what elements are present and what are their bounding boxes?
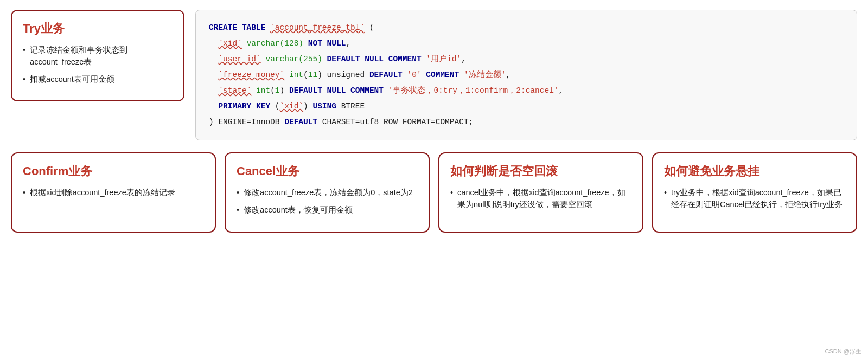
bottom-card-3-title: 如何避免业务悬挂 [664, 163, 845, 179]
bottom-card-1-title: Cancel业务 [237, 163, 418, 179]
bottom-card-list-item: try业务中，根据xid查询account_freeze，如果已经存在则证明Ca… [664, 187, 845, 211]
bottom-card-3: 如何避免业务悬挂try业务中，根据xid查询account_freeze，如果已… [652, 152, 857, 233]
bottom-section: Confirm业务根据xid删除account_freeze表的冻结记录Canc… [11, 152, 857, 233]
code-line: `freeze_money` int(11) unsigned DEFAULT … [209, 67, 844, 83]
bottom-card-1-list: 修改account_freeze表，冻结金额为0，state为2修改accoun… [237, 187, 418, 216]
bottom-card-2-list: cancel业务中，根据xid查询account_freeze，如果为null则… [450, 187, 631, 211]
code-line: PRIMARY KEY (`xid`) USING BTREE [209, 99, 844, 114]
bottom-card-list-item: cancel业务中，根据xid查询account_freeze，如果为null则… [450, 187, 631, 211]
bottom-card-2-title: 如何判断是否空回滚 [450, 163, 631, 179]
try-card: Try业务 记录冻结金额和事务状态到account_freeze表扣减accou… [11, 10, 184, 101]
bottom-card-list-item: 修改account_freeze表，冻结金额为0，state为2 [237, 187, 418, 199]
top-section: Try业务 记录冻结金额和事务状态到account_freeze表扣减accou… [11, 10, 857, 140]
code-line: `user_id` varchar(255) DEFAULT NULL COMM… [209, 52, 844, 67]
code-line: ) ENGINE=InnoDB DEFAULT CHARSET=utf8 ROW… [209, 114, 844, 130]
bottom-card-list-item: 修改account表，恢复可用金额 [237, 204, 418, 216]
sql-code-box: CREATE TABLE `account_freeze_tbl` ( `xid… [195, 10, 857, 140]
code-line: `xid` varchar(128) NOT NULL, [209, 36, 844, 52]
bottom-card-0-title: Confirm业务 [23, 163, 204, 179]
bottom-card-0: Confirm业务根据xid删除account_freeze表的冻结记录 [11, 152, 216, 233]
code-line: `state` int(1) DEFAULT NULL COMMENT '事务状… [209, 83, 844, 99]
bottom-card-0-list: 根据xid删除account_freeze表的冻结记录 [23, 187, 204, 199]
bottom-card-3-list: try业务中，根据xid查询account_freeze，如果已经存在则证明Ca… [664, 187, 845, 211]
try-card-list-item: 扣减account表可用金额 [23, 74, 173, 86]
try-card-list: 记录冻结金额和事务状态到account_freeze表扣减account表可用金… [23, 44, 173, 85]
bottom-card-1: Cancel业务修改account_freeze表，冻结金额为0，state为2… [225, 152, 430, 233]
bottom-card-list-item: 根据xid删除account_freeze表的冻结记录 [23, 187, 204, 199]
bottom-card-2: 如何判断是否空回滚cancel业务中，根据xid查询account_freeze… [438, 152, 643, 233]
code-line: CREATE TABLE `account_freeze_tbl` ( [209, 20, 844, 36]
try-card-title: Try业务 [23, 21, 173, 37]
try-card-list-item: 记录冻结金额和事务状态到account_freeze表 [23, 44, 173, 68]
